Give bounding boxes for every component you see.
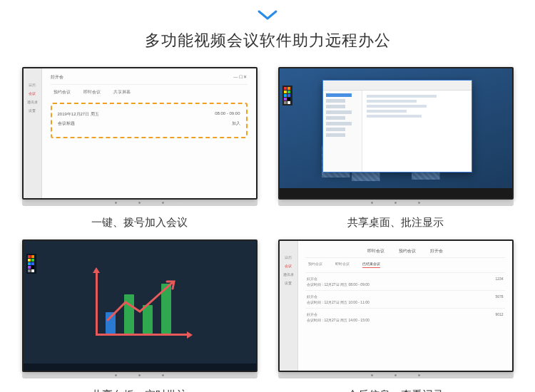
record-item: 好开会会议时间：12月27日 周五 14:00 - 15:00 9012 — [305, 308, 505, 326]
monitor-2 — [278, 67, 514, 200]
caption-4: 会后信息、查看记录 — [347, 388, 444, 392]
window-controls: — ☐ ✕ — [233, 74, 247, 81]
arrow-right-icon — [187, 331, 193, 339]
tab: 预约会议 — [54, 89, 71, 96]
monitor-bezel — [22, 199, 258, 206]
monitor-3 — [22, 239, 258, 372]
s1-topbar: 好开会 — ☐ ✕ — [51, 74, 248, 85]
feature-cell-share-desktop: 共享桌面、批注显示 — [277, 67, 514, 229]
record-title: 好开会 — [307, 312, 370, 316]
caption-3: 共享白板、实时批注 — [91, 388, 188, 392]
taskbar — [280, 188, 512, 198]
feature-grid: 日历 会议 通讯录 设置 好开会 — ☐ ✕ 预约会议 即时会议 共享屏幕 — [21, 67, 514, 392]
monitor-bezel — [22, 371, 258, 378]
record-item: 好开会会议时间：12月27日 周五 08:00 - 09:00 1234 — [305, 272, 505, 290]
whiteboard-chart — [90, 270, 190, 341]
feature-cell-join: 日历 会议 通讯录 设置 好开会 — ☐ ✕ 预约会议 即时会议 共享屏幕 — [21, 67, 258, 229]
s4-topbar: 即时会议 预约会议 好开会 — [305, 245, 505, 258]
top-tab: 即时会议 — [367, 248, 384, 254]
record-id: 5678 — [495, 294, 503, 304]
tab: 即时会议 — [335, 262, 350, 268]
sidebar-item: 设置 — [29, 108, 36, 113]
monitor-1: 日历 会议 通讯录 设置 好开会 — ☐ ✕ 预约会议 即时会议 共享屏幕 — [22, 67, 258, 200]
record-title: 好开会 — [307, 277, 370, 281]
feature-cell-whiteboard: 共享白板、实时批注 — [21, 239, 258, 392]
record-item: 好开会会议时间：12月27日 周五 10:00 - 11:00 5678 — [305, 290, 505, 308]
app-title: 好开会 — [51, 74, 63, 81]
record-info: 会议时间：12月27日 周五 10:00 - 11:00 — [307, 300, 370, 304]
sidebar-item: 会议 — [29, 91, 36, 96]
tab: 共享屏幕 — [113, 89, 131, 96]
s4-tabs: 预约会议 即时会议 已结束会议 — [305, 262, 505, 268]
axis-x — [96, 334, 190, 336]
record-id: 9012 — [495, 312, 503, 322]
taskbar — [24, 363, 256, 371]
monitor-4: 日历 会议 通讯录 设置 即时会议 预约会议 好开会 预约会议 即时会议 已结束… — [278, 239, 514, 372]
sidebar-item: 日历 — [29, 83, 36, 87]
page-title: 多功能视频会议软件助力远程办公 — [145, 30, 391, 51]
sidebar-item: 通讯录 — [283, 272, 294, 277]
s1-tabs: 预约会议 即时会议 共享屏幕 — [51, 89, 248, 96]
feature-cell-records: 日历 会议 通讯录 设置 即时会议 预约会议 好开会 预约会议 即时会议 已结束… — [277, 239, 514, 392]
annotation-palette — [282, 86, 292, 105]
meeting-title: 会议标题 — [58, 120, 75, 127]
caption-2: 共享桌面、批注显示 — [347, 216, 444, 229]
s4-sidebar: 日历 会议 通讯录 设置 — [280, 241, 298, 371]
records-list: 好开会会议时间：12月27日 周五 08:00 - 09:00 1234 好开会… — [305, 272, 505, 326]
tab-active: 已结束会议 — [362, 262, 380, 268]
meeting-time: 08:00 - 09:00 — [215, 111, 240, 118]
window-titlebar — [323, 81, 472, 91]
monitor-bezel — [278, 199, 514, 206]
record-info: 会议时间：12月27日 周五 14:00 - 15:00 — [307, 318, 370, 322]
shared-window — [322, 80, 472, 172]
record-title: 好开会 — [307, 294, 370, 299]
sidebar-item: 会议 — [285, 264, 292, 268]
top-tab: 预约会议 — [399, 248, 416, 254]
meeting-date: 2019年12月27日 周五 — [58, 111, 99, 118]
trend-arrow-icon — [104, 277, 183, 327]
record-id: 1234 — [495, 277, 503, 287]
explorer-tree — [323, 91, 362, 172]
tab: 即时会议 — [83, 89, 101, 96]
chevron-down-icon — [256, 9, 279, 23]
record-info: 会议时间：12月27日 周五 08:00 - 09:00 — [307, 282, 370, 287]
caption-1: 一键、拨号加入会议 — [91, 216, 188, 229]
highlighted-meeting: 2019年12月27日 周五 08:00 - 09:00 会议标题 加入 — [51, 103, 248, 138]
join-link: 加入 — [232, 120, 240, 127]
tab: 预约会议 — [308, 262, 322, 268]
sidebar-item: 通讯录 — [27, 100, 38, 104]
explorer-content — [362, 91, 472, 172]
axis-y — [96, 270, 98, 336]
s1-sidebar: 日历 会议 通讯录 设置 — [24, 68, 42, 198]
monitor-bezel — [278, 371, 514, 378]
sidebar-item: 日历 — [285, 255, 292, 259]
arrow-up-icon — [93, 267, 100, 273]
top-tab: 好开会 — [430, 248, 443, 254]
sidebar-item: 设置 — [285, 281, 292, 285]
whiteboard-palette — [26, 254, 36, 274]
